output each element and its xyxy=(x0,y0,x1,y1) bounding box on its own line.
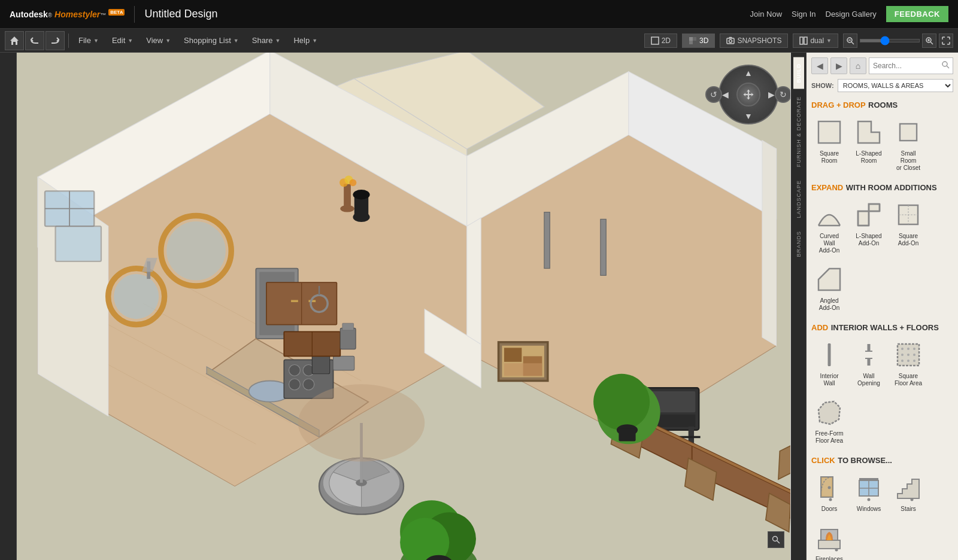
small-room-item[interactable]: Small Roomor Closet xyxy=(890,114,926,175)
l-shaped-addon-item[interactable]: L-ShapedAdd-On xyxy=(851,196,887,257)
square-room-item[interactable]: SquareRoom xyxy=(811,114,847,175)
expand-rooms-grid: Curved WallAdd-On xyxy=(811,196,953,315)
fireplaces-item[interactable]: Fireplaces xyxy=(811,519,847,560)
nav-center[interactable] xyxy=(736,83,760,106)
share-menu[interactable]: Share ▼ xyxy=(246,34,287,47)
angled-addon-item[interactable]: AngledAdd-On xyxy=(811,261,847,315)
help-menu[interactable]: Help ▼ xyxy=(287,34,323,47)
square-addon-item[interactable]: SquareAdd-On xyxy=(890,196,926,257)
rotate-right-button[interactable]: ↻ xyxy=(775,86,790,103)
svg-point-140 xyxy=(907,354,910,356)
zoom-in-button[interactable] xyxy=(922,34,936,48)
view-controls: 2D 3D SNAPSHOTS dual ▼ xyxy=(644,34,953,48)
navigation-control: ▲ ▼ ◀ ▶ ↺ ↻ xyxy=(718,65,778,124)
wall-opening-icon xyxy=(853,339,884,370)
undo-button[interactable] xyxy=(25,31,44,50)
svg-marker-30 xyxy=(467,218,481,353)
home-button[interactable] xyxy=(5,31,24,50)
panel-forward-button[interactable]: ▶ xyxy=(830,57,847,74)
brands-tab[interactable]: BRANDS xyxy=(793,225,804,263)
build-tab[interactable]: BUILD xyxy=(793,57,804,89)
fireplaces-icon xyxy=(814,522,845,553)
landscape-tab[interactable]: LANDSCAPE xyxy=(793,174,804,224)
edit-arrow: ▼ xyxy=(128,38,133,44)
canvas-area[interactable]: ▲ ▼ ◀ ▶ ↺ ↻ xyxy=(17,53,790,560)
interior-wall-icon xyxy=(814,339,845,370)
panel-search-icon[interactable] xyxy=(942,61,950,71)
view-menu[interactable]: View ▼ xyxy=(140,34,177,47)
zoom-slider[interactable] xyxy=(860,39,920,42)
snapshots-button[interactable]: SNAPSHOTS xyxy=(720,34,788,48)
zoom-out-button[interactable] xyxy=(843,34,857,48)
view-2d-button[interactable]: 2D xyxy=(644,34,677,48)
square-room-label: SquareRoom xyxy=(820,150,839,165)
nav-right-arrow[interactable]: ▶ xyxy=(768,90,775,99)
file-arrow: ▼ xyxy=(93,38,99,44)
room-scene xyxy=(17,53,790,560)
sign-in-link[interactable]: Sign In xyxy=(792,10,815,19)
rotate-left-button[interactable]: ↺ xyxy=(705,86,722,103)
nav-down-arrow[interactable]: ▼ xyxy=(744,111,753,121)
windows-item[interactable]: Windows xyxy=(851,469,887,516)
svg-rect-53 xyxy=(291,300,298,302)
view-2d-label: 2D xyxy=(662,36,671,45)
nav-left-arrow[interactable]: ◀ xyxy=(722,90,729,99)
furnish-tab[interactable]: FURNISH & DECORATE xyxy=(793,90,804,173)
view-3d-button[interactable]: 3D xyxy=(682,34,715,48)
svg-point-109 xyxy=(773,537,778,541)
edit-menu[interactable]: Edit ▼ xyxy=(106,34,139,47)
svg-marker-145 xyxy=(818,401,840,424)
svg-point-38 xyxy=(114,274,159,319)
svg-marker-155 xyxy=(898,479,919,498)
freeform-floor-item[interactable]: Free-FormFloor Area xyxy=(811,394,847,448)
canvas-search-button[interactable] xyxy=(768,531,784,548)
nav-up-arrow[interactable]: ▲ xyxy=(744,68,753,78)
show-row: SHOW: ROOMS, WALLS & AREAS FLOORS WALLS … xyxy=(811,79,953,92)
angled-addon-label: AngledAdd-On xyxy=(819,297,839,312)
svg-rect-8 xyxy=(804,37,807,44)
wall-opening-item[interactable]: WallOpening xyxy=(851,336,887,390)
show-select[interactable]: ROOMS, WALLS & AREAS FLOORS WALLS ONLY xyxy=(838,79,953,92)
l-shaped-room-icon xyxy=(853,117,884,148)
panel-search-input[interactable] xyxy=(869,57,953,74)
room-additions-label: WITH ROOM ADDITIONS xyxy=(846,183,937,192)
interior-wall-item[interactable]: InteriorWall xyxy=(811,336,847,390)
svg-point-40 xyxy=(166,221,226,281)
angled-addon-icon xyxy=(814,264,845,295)
panel-back-button[interactable]: ◀ xyxy=(811,57,828,74)
svg-marker-32 xyxy=(762,141,776,346)
fullscreen-button[interactable] xyxy=(939,34,953,48)
stairs-label: Stairs xyxy=(901,506,916,513)
shopping-list-menu[interactable]: Shopping List ▼ xyxy=(178,34,245,47)
show-label: SHOW: xyxy=(811,82,834,89)
doors-item[interactable]: Doors xyxy=(811,469,847,516)
svg-rect-58 xyxy=(344,184,351,209)
svg-point-144 xyxy=(913,360,915,362)
svg-rect-90 xyxy=(504,363,542,376)
join-now-link[interactable]: Join Now xyxy=(750,10,782,19)
l-shaped-room-item[interactable]: L-ShapedRoom xyxy=(851,114,887,175)
design-title: Untitled Design xyxy=(144,8,217,20)
title-divider xyxy=(134,6,135,23)
file-menu[interactable]: File ▼ xyxy=(72,34,105,47)
feedback-button[interactable]: FEEDBACK xyxy=(886,6,948,22)
redo-button[interactable] xyxy=(46,31,65,50)
interior-walls-grid: InteriorWall WallOpening xyxy=(811,336,953,448)
zoom-area xyxy=(843,34,953,48)
top-right-actions: Join Now Sign In Design Gallery FEEDBACK xyxy=(750,6,948,22)
design-gallery-link[interactable]: Design Gallery xyxy=(826,10,877,19)
svg-point-159 xyxy=(911,498,914,501)
share-label: Share xyxy=(252,36,273,45)
svg-point-61 xyxy=(350,179,357,186)
svg-point-139 xyxy=(901,354,904,356)
logo-area: Autodesk® Homestyler™ BETA xyxy=(10,10,125,19)
panel-home-button[interactable]: ⌂ xyxy=(850,57,866,74)
curved-wall-item[interactable]: Curved WallAdd-On xyxy=(811,196,847,257)
l-shaped-addon-icon xyxy=(853,199,884,230)
stairs-item[interactable]: Stairs xyxy=(890,469,926,516)
dual-view-button[interactable]: dual ▼ xyxy=(793,34,838,48)
svg-rect-36 xyxy=(56,226,101,261)
svg-marker-127 xyxy=(818,269,840,290)
rooms-label: ROOMS xyxy=(868,101,898,109)
square-floor-item[interactable]: SquareFloor Area xyxy=(890,336,926,390)
